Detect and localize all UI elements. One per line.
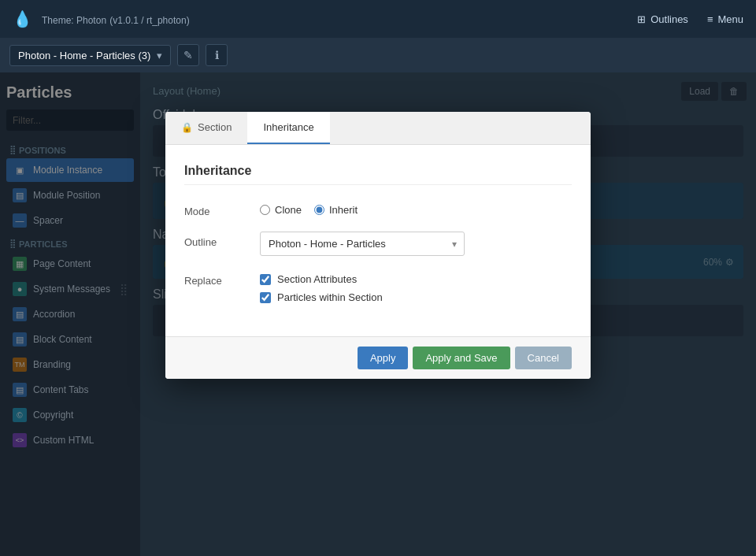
section-attrs-option[interactable]: Section Attributes [260,273,572,285]
outline-form-label: Outline [184,232,247,248]
apply-button[interactable]: Apply [358,347,409,369]
clone-option[interactable]: Clone [260,204,302,216]
apply-save-button[interactable]: Apply and Save [413,347,510,369]
outline-select-wrapper: Photon - Home - Particles ▾ [260,232,572,256]
droplet-icon: 💧 [13,9,32,28]
topbar: 💧 Theme: Photon (v1.0.1 / rt_photon) ⊞ O… [0,0,756,38]
tab-section[interactable]: 🔒 Section [165,112,247,144]
info-button[interactable]: ℹ [206,44,228,66]
topbar-nav: ⊞ Outlines ≡ Menu [637,13,743,25]
outline-dropdown: Photon - Home - Particles ▾ [260,232,465,256]
info-icon: ℹ [215,49,219,61]
modal-section-title: Inheritance [184,164,572,185]
particles-within-checkbox[interactable] [260,292,271,303]
edit-icon: ✎ [183,49,193,61]
theme-name: Theme: Photon [42,15,106,26]
outline-row: Outline Photon - Home - Particles ▾ [184,232,572,256]
app-title: Theme: Photon (v1.0.1 / rt_photon) [42,13,190,26]
section-tab-lock-icon: 🔒 [181,122,193,133]
outline-dropdown-arrow: ▾ [157,50,162,61]
outline-name: Photon - Home - Particles (3) [18,50,150,61]
mode-options: Clone Inherit [260,201,572,216]
section-attrs-checkbox[interactable] [260,274,271,285]
outlines-label: Outlines [650,13,688,25]
replace-row: Replace Section Attributes Particles wit… [184,270,572,303]
inherit-option[interactable]: Inherit [314,204,358,216]
replace-label: Replace [184,270,247,287]
inheritance-modal: 🔒 Section Inheritance Inheritance Mode C [165,112,591,379]
hamburger-icon: ≡ [707,13,713,25]
tab-inheritance[interactable]: Inheritance [247,112,329,144]
subbar: Photon - Home - Particles (3) ▾ ✎ ℹ [0,38,756,72]
outlines-nav[interactable]: ⊞ Outlines [637,13,688,25]
modal-tabs: 🔒 Section Inheritance [165,112,591,145]
edit-button[interactable]: ✎ [177,44,199,66]
theme-version: (v1.0.1 / rt_photon) [109,15,189,26]
inherit-radio[interactable] [314,205,324,215]
outline-select[interactable]: Photon - Home - Particles [260,232,465,256]
modal-footer: Apply Apply and Save Cancel [165,336,591,379]
grid-icon: ⊞ [637,13,646,25]
main-area: Particles 🔍 ⣿ Positions ▣ Module Instanc… [0,72,756,556]
mode-label: Mode [184,201,247,217]
modal-body: Inheritance Mode Clone Inherit [165,145,591,336]
menu-nav[interactable]: ≡ Menu [707,13,743,25]
cancel-button[interactable]: Cancel [515,347,572,369]
clone-radio[interactable] [260,205,270,215]
replace-options: Section Attributes Particles within Sect… [260,270,572,303]
particles-within-option[interactable]: Particles within Section [260,291,572,303]
app-logo: 💧 [13,9,32,28]
modal-wrapper: 🔒 Section Inheritance Inheritance Mode C [0,72,756,556]
menu-label: Menu [717,13,743,25]
outline-selector[interactable]: Photon - Home - Particles (3) ▾ [9,45,171,66]
mode-row: Mode Clone Inherit [184,201,572,217]
